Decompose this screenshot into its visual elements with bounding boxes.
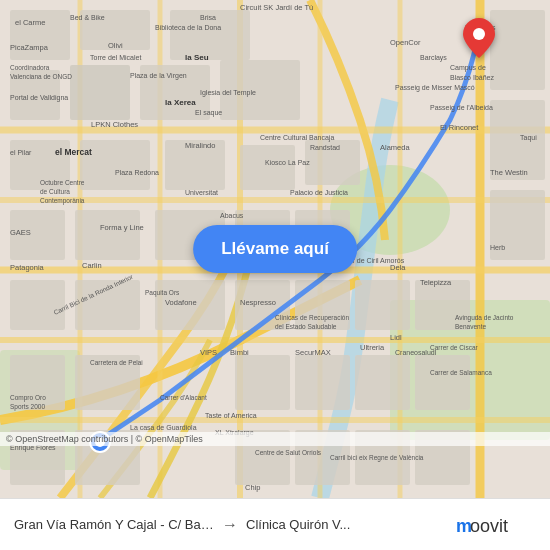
svg-rect-39 (10, 355, 65, 410)
svg-text:Centre Cultural Bancaja: Centre Cultural Bancaja (260, 134, 334, 142)
svg-text:Carlin: Carlin (82, 261, 102, 270)
svg-text:Telepizza: Telepizza (420, 278, 452, 287)
svg-text:el Pilar: el Pilar (10, 149, 32, 156)
svg-text:Carrer d'Alacant: Carrer d'Alacant (160, 394, 207, 401)
svg-text:La casa de Guardiola: La casa de Guardiola (130, 424, 197, 431)
svg-text:Dela: Dela (390, 263, 406, 272)
svg-text:Torre del Micalet: Torre del Micalet (90, 54, 141, 61)
origin-label: Gran Vía Ramón Y Cajal - C/ Bail... (14, 517, 214, 532)
svg-rect-42 (295, 355, 350, 410)
svg-text:Olivi: Olivi (108, 41, 123, 50)
svg-text:Plaza Redona: Plaza Redona (115, 169, 159, 176)
svg-text:Biblioteca de la Dona: Biblioteca de la Dona (155, 24, 221, 31)
svg-text:Carrer de Salamanca: Carrer de Salamanca (430, 369, 492, 376)
svg-text:Carretera de Pelai: Carretera de Pelai (90, 359, 143, 366)
svg-text:Coordinadora: Coordinadora (10, 64, 50, 71)
svg-text:Passeig de l'Albeida: Passeig de l'Albeida (430, 104, 493, 112)
svg-text:Portal de Valldigna: Portal de Valldigna (10, 94, 68, 102)
svg-text:Kiosco La Paz: Kiosco La Paz (265, 159, 310, 166)
route-info: Gran Vía Ramón Y Cajal - C/ Bail... → Cl… (14, 516, 446, 534)
svg-rect-41 (235, 355, 290, 410)
svg-text:Sports 2000: Sports 2000 (10, 403, 45, 411)
svg-text:Barclays: Barclays (420, 54, 447, 62)
svg-text:Brisa: Brisa (200, 14, 216, 21)
navigate-button[interactable]: Llévame aquí (193, 225, 357, 273)
map-area: el Carme Bed & Bike la Seu Brisa Circuit… (0, 0, 550, 498)
svg-text:Bed & Bike: Bed & Bike (70, 14, 105, 21)
svg-text:Abacus: Abacus (220, 212, 244, 219)
svg-text:Blasco Ibáñez: Blasco Ibáñez (450, 74, 494, 81)
route-arrow: → (222, 516, 238, 534)
svg-rect-51 (490, 10, 545, 90)
svg-text:Clínicas de Recuperación: Clínicas de Recuperación (275, 314, 349, 322)
svg-text:Forma y Line: Forma y Line (100, 223, 144, 232)
svg-text:Benavente: Benavente (455, 323, 486, 330)
svg-text:Herb: Herb (490, 244, 505, 251)
svg-text:Miralindo: Miralindo (185, 141, 215, 150)
svg-text:El saque: El saque (195, 109, 222, 117)
svg-text:Compro Oro: Compro Oro (10, 394, 46, 402)
svg-text:Contemporània: Contemporània (40, 197, 85, 205)
svg-text:el Mercat: el Mercat (55, 147, 92, 157)
svg-text:PicaZampa: PicaZampa (10, 43, 49, 52)
destination-label: Clínica Quirón V... (246, 517, 350, 532)
svg-text:del Estado Saludable: del Estado Saludable (275, 323, 337, 330)
svg-rect-44 (415, 355, 470, 410)
svg-text:Taste of America: Taste of America (205, 412, 257, 419)
svg-text:Vodafone: Vodafone (165, 298, 197, 307)
svg-text:SecurMAX: SecurMAX (295, 348, 331, 357)
destination-pin (463, 18, 495, 62)
svg-text:Plaza de la Virgen: Plaza de la Virgen (130, 72, 187, 80)
svg-text:de Cultura: de Cultura (40, 188, 70, 195)
svg-text:Ultreria: Ultreria (360, 343, 385, 352)
svg-text:Paquita Ors: Paquita Ors (145, 289, 180, 297)
svg-text:oovit: oovit (470, 516, 508, 536)
svg-text:la Xerea: la Xerea (165, 98, 196, 107)
svg-text:Iglesia del Temple: Iglesia del Temple (200, 89, 256, 97)
svg-text:Circuit SK Jardí de Tú: Circuit SK Jardí de Tú (240, 3, 313, 12)
svg-rect-43 (355, 355, 410, 410)
svg-text:Patagonia: Patagonia (10, 263, 45, 272)
moovit-logo: m oovit (456, 514, 536, 536)
svg-rect-28 (75, 210, 140, 260)
svg-rect-19 (70, 65, 130, 120)
svg-text:el Carme: el Carme (15, 18, 45, 27)
svg-rect-25 (240, 145, 295, 190)
svg-text:Valenciana de ONGD: Valenciana de ONGD (10, 73, 72, 80)
svg-text:VIPS: VIPS (200, 348, 217, 357)
svg-rect-37 (355, 280, 410, 330)
svg-text:Alameda: Alameda (380, 143, 410, 152)
svg-text:Chip: Chip (245, 483, 260, 492)
svg-text:Passeig de Misser Mascó: Passeig de Misser Mascó (395, 84, 475, 92)
svg-text:Bimbi: Bimbi (230, 348, 249, 357)
svg-point-135 (473, 28, 485, 40)
svg-text:Carril bici eix Regne de Valèn: Carril bici eix Regne de València (330, 454, 424, 462)
map-attribution: © OpenStreetMap contributors | © OpenMap… (0, 432, 550, 446)
svg-text:LPKN Clothes: LPKN Clothes (91, 120, 138, 129)
svg-text:Randstad: Randstad (310, 144, 340, 151)
svg-rect-32 (10, 280, 65, 330)
svg-text:Nespresso: Nespresso (240, 298, 276, 307)
footer: Gran Vía Ramón Y Cajal - C/ Bail... → Cl… (0, 498, 550, 550)
svg-text:Lidl: Lidl (390, 333, 402, 342)
svg-text:The Westin: The Westin (490, 168, 528, 177)
svg-text:OpenCor: OpenCor (390, 38, 421, 47)
svg-text:El Rinconet: El Rinconet (440, 123, 479, 132)
svg-text:Carrer de Ciscar: Carrer de Ciscar (430, 344, 479, 351)
svg-text:Campus de: Campus de (450, 64, 486, 72)
svg-text:Taqui: Taqui (520, 134, 537, 142)
svg-text:Palacio de Justicia: Palacio de Justicia (290, 189, 348, 196)
svg-text:Universitat: Universitat (185, 189, 218, 196)
svg-text:Octubre Centre: Octubre Centre (40, 179, 85, 186)
app-container: el Carme Bed & Bike la Seu Brisa Circuit… (0, 0, 550, 550)
svg-text:Avinguda de Jacinto: Avinguda de Jacinto (455, 314, 514, 322)
svg-text:Centre de Salut Orriols: Centre de Salut Orriols (255, 449, 322, 456)
svg-text:la Seu: la Seu (185, 53, 209, 62)
svg-text:GAES: GAES (10, 228, 31, 237)
